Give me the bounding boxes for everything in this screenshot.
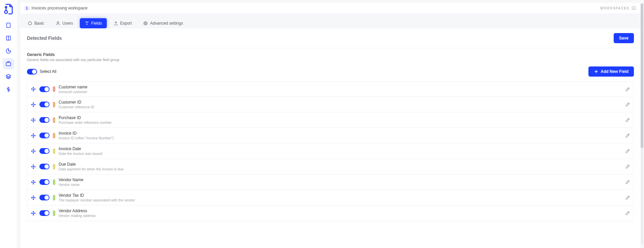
workspaces-label: WORKSPACES <box>600 6 630 10</box>
drag-handle-icon[interactable] <box>31 86 36 92</box>
field-description: Vendor name <box>59 183 621 187</box>
svg-marker-11 <box>28 22 31 25</box>
gear-icon <box>143 21 148 26</box>
field-text: Due DateDate payment for when the invoic… <box>59 162 621 171</box>
field-text: Vendor AddressVendor mailing address <box>59 209 621 218</box>
drag-handle-icon[interactable] <box>31 195 36 200</box>
page-scrollbar[interactable] <box>641 3 643 245</box>
fields-list: Customer nameInvoiced customerCustomer I… <box>20 81 641 221</box>
main-area: 1 Invoices processing workspace WORKSPAC… <box>17 0 644 248</box>
tab-advanced-settings[interactable]: Advanced settings <box>138 18 188 28</box>
field-toggle[interactable] <box>39 117 50 123</box>
field-description: Vendor mailing address <box>59 214 621 218</box>
sidebar-item-documents[interactable] <box>3 20 14 31</box>
svg-point-12 <box>57 22 59 23</box>
edit-field-icon[interactable] <box>625 211 630 216</box>
drag-handle-icon[interactable] <box>31 164 36 169</box>
field-toggle[interactable] <box>39 86 50 92</box>
edit-field-icon[interactable] <box>625 117 630 123</box>
tab-basic[interactable]: Basic <box>23 18 49 28</box>
tab-fields[interactable]: Fields <box>80 18 107 28</box>
field-color-chip <box>53 164 55 169</box>
app-logo-icon <box>3 3 14 15</box>
field-title: Invoice Date <box>59 146 621 151</box>
save-button[interactable]: Save <box>614 33 634 43</box>
tab-label: Fields <box>91 21 102 26</box>
field-title: Purchase ID <box>59 115 621 120</box>
tab-label: Users <box>62 21 73 26</box>
field-row: Due DateDate payment for when the invoic… <box>27 159 634 174</box>
field-toggle[interactable] <box>39 102 50 107</box>
field-row: Invoice DateDate the invoice was issued <box>27 143 634 159</box>
drag-handle-icon[interactable] <box>31 117 36 123</box>
menu-icon <box>631 6 637 10</box>
workspace-badge: 1 <box>24 6 30 10</box>
fields-panel: Detected Fields Save Generic Fields Gene… <box>20 28 641 248</box>
sidebar-item-billing[interactable] <box>3 84 14 95</box>
subsection-title: Generic Fields <box>27 52 634 57</box>
type-icon <box>85 21 89 26</box>
drag-handle-icon[interactable] <box>31 180 36 185</box>
drag-handle-icon[interactable] <box>31 211 36 216</box>
field-toggle[interactable] <box>39 148 50 154</box>
field-color-chip <box>53 180 55 185</box>
field-toggle[interactable] <box>39 164 50 169</box>
upload-icon <box>114 21 118 26</box>
field-text: Customer IDCustomer reference ID <box>59 100 621 109</box>
edit-field-icon[interactable] <box>625 195 630 200</box>
field-color-chip <box>53 86 55 92</box>
field-text: Invoice DateDate the invoice was issued <box>59 146 621 156</box>
user-icon <box>56 21 60 26</box>
field-row: Vendor AddressVendor mailing address <box>27 205 634 221</box>
sidebar-item-analytics[interactable] <box>3 45 14 57</box>
field-text: Vendor NameVendor name <box>59 177 621 187</box>
generic-fields-section-header: Generic Fields Generic fields not associ… <box>20 48 641 64</box>
add-new-field-button[interactable]: Add New Field <box>588 66 634 77</box>
edit-field-icon[interactable] <box>625 180 630 185</box>
field-description: Invoiced customer <box>59 90 621 94</box>
scrollbar-thumb[interactable] <box>641 3 643 148</box>
field-text: Customer nameInvoiced customer <box>59 85 621 94</box>
field-title: Customer ID <box>59 100 621 105</box>
field-row: Vendor NameVendor name <box>27 174 634 190</box>
panel-heading: Detected Fields <box>27 35 62 41</box>
sidebar-item-layers[interactable] <box>3 71 14 82</box>
field-color-chip <box>53 102 55 107</box>
workspaces-switcher[interactable]: WORKSPACES <box>600 6 637 10</box>
svg-rect-5 <box>6 62 11 66</box>
sidebar-item-columns[interactable] <box>3 32 14 44</box>
workspace-title: Invoices processing workspace <box>32 6 88 10</box>
edit-field-icon[interactable] <box>625 164 630 169</box>
field-toggle[interactable] <box>39 195 50 200</box>
field-color-chip <box>53 117 55 123</box>
field-toggle[interactable] <box>39 133 50 138</box>
edit-field-icon[interactable] <box>625 148 630 154</box>
tab-export[interactable]: Export <box>109 18 137 28</box>
select-all-toggle[interactable] <box>27 69 37 75</box>
field-title: Vendor Tax ID <box>59 193 621 198</box>
sidebar-item-workspaces[interactable] <box>3 58 14 70</box>
field-title: Customer name <box>59 85 621 89</box>
panel-header: Detected Fields Save <box>20 28 641 48</box>
plus-icon <box>594 69 599 74</box>
field-row: Customer IDCustomer reference ID <box>27 97 634 112</box>
edit-field-icon[interactable] <box>625 133 630 138</box>
tab-users[interactable]: Users <box>51 18 77 28</box>
tabs-container: BasicUsersFieldsExportAdvanced settings <box>20 16 641 28</box>
field-toggle[interactable] <box>39 179 50 185</box>
edit-field-icon[interactable] <box>625 102 630 107</box>
field-color-chip <box>53 211 55 216</box>
field-title: Vendor Address <box>59 209 621 213</box>
select-all-row: Select All Add New Field <box>20 64 641 81</box>
drag-handle-icon[interactable] <box>31 102 36 107</box>
field-description: Invoice ID (often "Invoice Number") <box>59 136 621 140</box>
drag-handle-icon[interactable] <box>31 133 36 138</box>
field-text: Vendor Tax IDThe taxpayer number associa… <box>59 193 621 202</box>
drag-handle-icon[interactable] <box>31 148 36 154</box>
field-text: Invoice IDInvoice ID (often "Invoice Num… <box>59 131 621 140</box>
field-toggle[interactable] <box>39 210 50 216</box>
field-description: Customer reference ID <box>59 105 621 109</box>
edit-field-icon[interactable] <box>625 86 630 92</box>
field-row: Vendor Tax IDThe taxpayer number associa… <box>27 190 634 205</box>
field-text: Purchase IDPurchase order reference numb… <box>59 115 621 125</box>
